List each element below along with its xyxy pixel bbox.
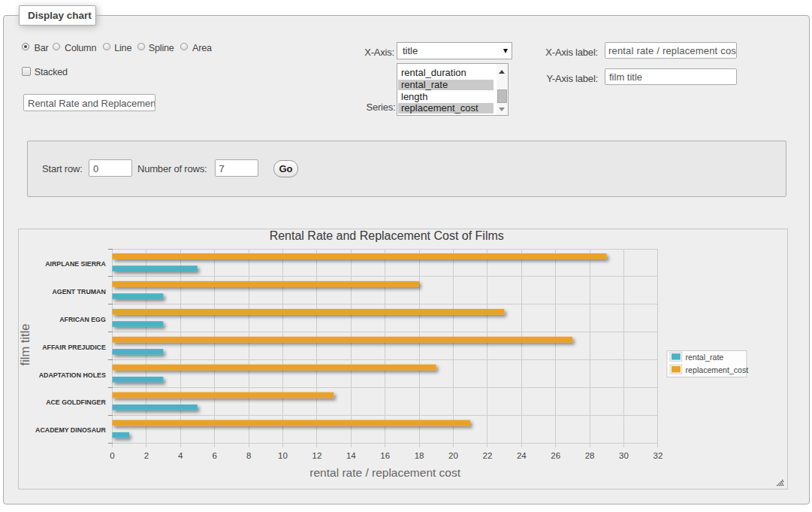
svg-text:22: 22 bbox=[483, 451, 493, 460]
svg-text:replacement_cost: replacement_cost bbox=[686, 365, 749, 374]
svg-text:ADAPTATION HOLES: ADAPTATION HOLES bbox=[39, 371, 106, 379]
svg-text:AGENT TRUMAN: AGENT TRUMAN bbox=[52, 288, 105, 295]
svg-text:10: 10 bbox=[278, 451, 288, 460]
svg-text:24: 24 bbox=[517, 451, 527, 460]
svg-text:rental_rate: rental_rate bbox=[686, 353, 724, 362]
svg-text:14: 14 bbox=[346, 451, 356, 460]
svg-text:20: 20 bbox=[448, 451, 458, 460]
svg-text:2: 2 bbox=[144, 451, 149, 460]
svg-text:12: 12 bbox=[312, 451, 322, 460]
svg-text:4: 4 bbox=[178, 451, 183, 460]
svg-text:film title: film title bbox=[19, 324, 32, 366]
svg-text:AIRPLANE SIERRA: AIRPLANE SIERRA bbox=[45, 260, 106, 268]
svg-text:ACE GOLDFINGER: ACE GOLDFINGER bbox=[46, 398, 106, 406]
svg-text:8: 8 bbox=[246, 451, 251, 460]
svg-text:32: 32 bbox=[654, 451, 663, 460]
svg-text:Rental Rate and Replacement Co: Rental Rate and Replacement Cost of Film… bbox=[270, 229, 504, 242]
svg-text:rental rate / replacement cost: rental rate / replacement cost bbox=[309, 466, 460, 479]
svg-text:28: 28 bbox=[585, 451, 595, 460]
svg-text:26: 26 bbox=[551, 451, 560, 460]
svg-text:16: 16 bbox=[380, 451, 390, 460]
svg-text:AFRICAN EGG: AFRICAN EGG bbox=[59, 316, 106, 323]
svg-text:0: 0 bbox=[110, 451, 114, 460]
svg-text:30: 30 bbox=[619, 451, 629, 460]
svg-text:6: 6 bbox=[212, 451, 216, 460]
svg-text:ACADEMY DINOSAUR: ACADEMY DINOSAUR bbox=[35, 426, 106, 434]
svg-text:18: 18 bbox=[415, 451, 424, 460]
svg-text:AFFAIR PREJUDICE: AFFAIR PREJUDICE bbox=[42, 344, 106, 351]
